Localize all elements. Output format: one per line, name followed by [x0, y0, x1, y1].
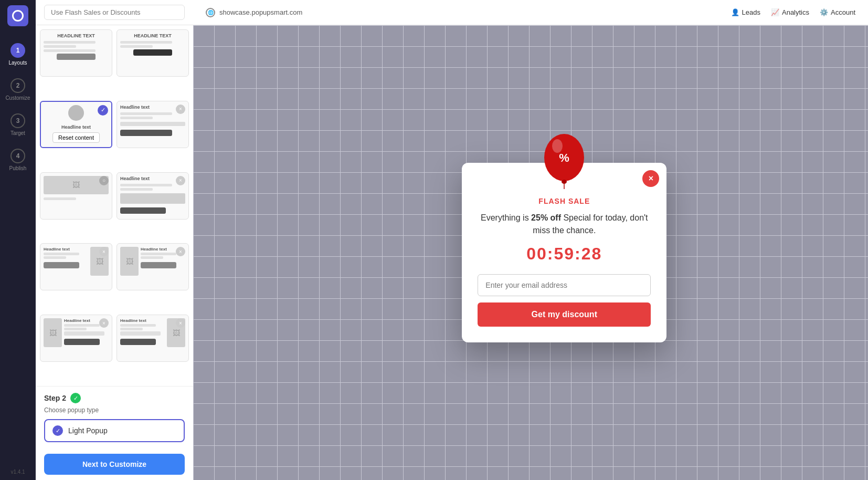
- search-input[interactable]: [44, 5, 185, 20]
- account-button[interactable]: ⚙️ Account: [820, 8, 855, 16]
- main-area: 🌐 showcase.popupsmart.com 👤 Leads 📈 Anal…: [193, 0, 868, 480]
- close-badge-4: ×: [176, 105, 185, 114]
- close-badge-5: ○: [99, 176, 109, 185]
- svg-point-3: [562, 180, 567, 184]
- layout-card-2[interactable]: HEADLINE TEXT: [117, 29, 189, 77]
- sidebar-nav: 1 Layouts 2 Customize 3 Target 4 Publish…: [0, 0, 36, 480]
- layout-card-7[interactable]: × Headline text 🖼: [40, 243, 112, 290]
- selected-check: ✓: [98, 105, 108, 116]
- balloon-graphic: %: [541, 131, 588, 186]
- app-logo: [7, 5, 28, 26]
- popup-headline: Everything is 25% off Special for today,…: [478, 212, 651, 237]
- step-4-label: Publish: [9, 165, 27, 171]
- next-to-customize-button[interactable]: Next to Customize: [44, 454, 185, 475]
- popup-type-option[interactable]: ✓ Light Popup: [44, 419, 185, 442]
- main-header: 🌐 showcase.popupsmart.com 👤 Leads 📈 Anal…: [193, 0, 868, 25]
- step2-header: Step 2 ✓: [44, 393, 185, 403]
- analytics-icon: 📈: [771, 8, 779, 16]
- header-actions: 👤 Leads 📈 Analytics ⚙️ Account: [731, 8, 855, 16]
- step-2-circle: 2: [10, 78, 25, 93]
- popup-close-button[interactable]: ×: [642, 170, 659, 187]
- layout-card-6[interactable]: × Headline text: [117, 172, 189, 220]
- step-3-circle: 3: [10, 113, 25, 128]
- panel-top-bar: [36, 0, 193, 25]
- account-label: Account: [831, 8, 855, 16]
- flash-sale-badge: FLASH SALE: [478, 197, 651, 205]
- sidebar-item-customize[interactable]: 2 Customize: [0, 72, 36, 107]
- radio-selected-icon: ✓: [52, 425, 63, 436]
- sidebar-item-layouts[interactable]: 1 Layouts: [0, 37, 36, 72]
- analytics-label: Analytics: [782, 8, 809, 16]
- svg-text:%: %: [559, 151, 570, 164]
- leads-label: Leads: [742, 8, 760, 16]
- version-label: v1.4.1: [10, 469, 25, 480]
- layouts-grid: HEADLINE TEXT HEADLINE TEXT ✓ Headline t…: [36, 25, 193, 386]
- balloon-container: %: [462, 131, 666, 186]
- step-4-circle: 4: [10, 149, 25, 163]
- canvas-area: × %: [193, 25, 868, 480]
- step-1-circle: 1: [10, 43, 25, 58]
- layout-card-5[interactable]: ○ 🖼: [40, 172, 112, 220]
- panel-bottom: Step 2 ✓ Choose popup type ✓ Light Popup: [36, 386, 193, 448]
- globe-icon: 🌐: [206, 8, 215, 17]
- popup-bold-text: 25% off: [531, 213, 561, 222]
- step2-check-icon: ✓: [70, 393, 81, 403]
- reset-content-button[interactable]: Reset content: [52, 132, 100, 143]
- url-display: 🌐 showcase.popupsmart.com: [206, 8, 302, 17]
- step-2-label: Customize: [5, 95, 30, 101]
- sidebar-item-target[interactable]: 3 Target: [0, 107, 36, 142]
- email-input[interactable]: [478, 274, 651, 296]
- url-text: showcase.popupsmart.com: [219, 8, 302, 16]
- close-badge-6: ×: [176, 176, 185, 185]
- countdown-timer: 00:59:28: [478, 244, 651, 264]
- popup-modal: × %: [462, 163, 666, 342]
- step2-label: Step 2: [44, 394, 66, 402]
- popup-type-option-label: Light Popup: [68, 426, 108, 435]
- analytics-button[interactable]: 📈 Analytics: [771, 8, 809, 16]
- layout-card-10[interactable]: × Headline text 🖼: [117, 315, 189, 362]
- layout-card-selected[interactable]: ✓ Headline text Reset content: [40, 101, 112, 148]
- layout-card-8[interactable]: × 🖼 Headline text: [117, 243, 189, 290]
- layout-card-4[interactable]: × Headline text: [117, 101, 189, 148]
- popup-type-sublabel: Choose popup type: [44, 406, 185, 414]
- account-icon: ⚙️: [820, 8, 828, 16]
- leads-button[interactable]: 👤 Leads: [731, 8, 760, 16]
- layout-card-1[interactable]: HEADLINE TEXT: [40, 29, 112, 77]
- sidebar-item-publish[interactable]: 4 Publish: [0, 142, 36, 178]
- step-1-label: Layouts: [8, 60, 27, 66]
- step-3-label: Target: [10, 130, 25, 136]
- layouts-panel: HEADLINE TEXT HEADLINE TEXT ✓ Headline t…: [36, 0, 193, 480]
- leads-icon: 👤: [731, 8, 739, 16]
- get-discount-button[interactable]: Get my discount: [478, 302, 651, 327]
- popup-content: FLASH SALE Everything is 25% off Special…: [462, 192, 666, 327]
- layout-card-9[interactable]: × 🖼 Headline text: [40, 315, 112, 362]
